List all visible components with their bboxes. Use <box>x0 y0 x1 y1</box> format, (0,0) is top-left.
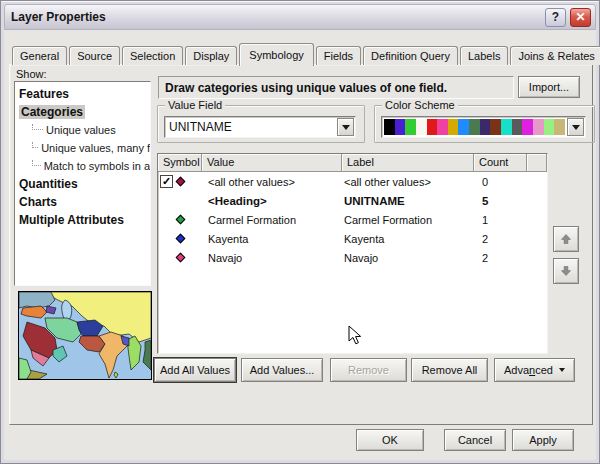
count-cell: 2 <box>474 252 527 264</box>
show-item-charts[interactable]: Charts <box>19 193 150 211</box>
show-label: Show: <box>16 68 47 80</box>
column-header-count[interactable]: Count <box>474 154 527 172</box>
dropdown-arrow-icon <box>342 125 350 130</box>
values-table-body: ✓<all other values><all other values>0<H… <box>158 172 547 267</box>
add-all-values-button[interactable]: Add All Values <box>154 358 236 382</box>
tab-definition-query[interactable]: Definition Query <box>363 46 458 65</box>
map-preview-image <box>19 292 151 379</box>
tab-labels[interactable]: Labels <box>460 46 508 65</box>
row-checkbox[interactable]: ✓ <box>160 175 173 188</box>
color-swatch <box>384 119 395 135</box>
table-row[interactable]: ✓<all other values><all other values>0 <box>158 172 547 191</box>
tree-item-label: Quantities <box>19 177 78 191</box>
color-swatch <box>544 119 555 135</box>
count-cell: 0 <box>474 176 527 188</box>
diamond-symbol-icon[interactable] <box>176 215 186 225</box>
color-swatch <box>554 119 565 135</box>
column-header-value[interactable]: Value <box>202 154 342 172</box>
move-down-button[interactable] <box>553 258 579 284</box>
table-row[interactable]: NavajoNavajo2 <box>158 248 547 267</box>
color-swatch <box>395 119 406 135</box>
remove-button: Remove <box>330 358 407 382</box>
tab-source[interactable]: Source <box>69 46 120 65</box>
tab-joins-relates[interactable]: Joins & Relates <box>510 46 600 65</box>
color-swatch <box>437 119 448 135</box>
table-row[interactable]: Carmel FormationCarmel Formation1 <box>158 210 547 229</box>
close-button[interactable]: ✕ <box>570 8 591 27</box>
value-cell: Kayenta <box>202 233 342 245</box>
advanced-label: Advanced <box>504 364 553 376</box>
color-swatch <box>469 119 480 135</box>
question-mark-icon: ? <box>552 10 559 24</box>
color-scheme-swatches <box>384 119 565 135</box>
mouse-cursor <box>348 325 362 346</box>
show-item-quantities[interactable]: Quantities <box>19 175 150 193</box>
tab-symbology[interactable]: Symbology <box>239 43 313 66</box>
label-cell: <all other values> <box>342 176 474 188</box>
color-swatch <box>427 119 438 135</box>
apply-button[interactable]: Apply <box>512 429 574 451</box>
count-cell: 1 <box>474 214 527 226</box>
count-cell: 5 <box>474 195 527 207</box>
diamond-symbol-icon[interactable] <box>176 177 186 187</box>
show-tree: FeaturesCategoriesUnique valuesUnique va… <box>14 81 151 286</box>
value-field-dropdown-button[interactable] <box>337 118 354 136</box>
color-swatch <box>522 119 533 135</box>
remove-all-button[interactable]: Remove All <box>411 358 488 382</box>
move-up-button[interactable] <box>553 226 579 252</box>
show-item-unique-values-many-f[interactable]: Unique values, many f <box>19 139 150 157</box>
tab-general[interactable]: General <box>12 46 67 65</box>
tab-strip: GeneralSourceSelectionDisplaySymbologyFi… <box>12 42 600 65</box>
tree-branch-line <box>32 160 41 166</box>
tab-fields[interactable]: Fields <box>316 46 361 65</box>
label-cell: Navajo <box>342 252 474 264</box>
value-cell: Navajo <box>202 252 342 264</box>
show-item-categories[interactable]: Categories <box>19 103 150 121</box>
draw-method-description: Draw categories using unique values of o… <box>158 76 514 99</box>
show-item-features[interactable]: Features <box>19 85 150 103</box>
tab-selection[interactable]: Selection <box>122 46 183 65</box>
column-header-symbol[interactable]: Symbol <box>158 154 202 172</box>
diamond-symbol-icon[interactable] <box>176 234 186 244</box>
value-field-dropdown[interactable]: UNITNAME <box>164 116 356 138</box>
diamond-symbol-icon[interactable] <box>176 253 186 263</box>
down-arrow-icon <box>560 263 572 279</box>
value-field-selected-value: UNITNAME <box>169 120 232 134</box>
color-swatch <box>458 119 469 135</box>
color-swatch <box>480 119 491 135</box>
value-cell: Carmel Formation <box>202 214 342 226</box>
color-swatch <box>416 119 427 135</box>
ok-button[interactable]: OK <box>356 429 424 451</box>
cancel-button[interactable]: Cancel <box>444 429 506 451</box>
symbol-cell: ✓ <box>158 172 202 191</box>
tree-item-label: Match to symbols in a <box>44 160 150 172</box>
color-scheme-dropdown-button[interactable] <box>567 118 584 136</box>
tab-display[interactable]: Display <box>185 46 237 65</box>
tree-item-label: Multiple Attributes <box>19 213 124 227</box>
advanced-button[interactable]: Advanced <box>494 358 575 382</box>
column-header-label[interactable]: Label <box>342 154 474 172</box>
import-button[interactable]: Import... <box>518 76 580 98</box>
symbology-tab-page: Show: FeaturesCategoriesUnique valuesUni… <box>9 64 593 425</box>
show-item-match-to-symbols-in-a[interactable]: Match to symbols in a <box>19 157 150 175</box>
table-row[interactable]: <Heading>UNITNAME5 <box>158 191 547 210</box>
label-cell: Carmel Formation <box>342 214 474 226</box>
help-button[interactable]: ? <box>545 8 566 27</box>
symbol-cell <box>158 248 202 267</box>
dropdown-arrow-icon <box>572 125 580 130</box>
tree-item-label: Unique values <box>46 124 116 136</box>
color-scheme-dropdown[interactable] <box>381 116 586 138</box>
advanced-menu-arrow-icon <box>559 368 565 372</box>
show-item-unique-values[interactable]: Unique values <box>19 121 150 139</box>
column-header-filler <box>527 154 547 172</box>
show-item-multiple-attributes[interactable]: Multiple Attributes <box>19 211 150 229</box>
value-field-label: Value Field <box>165 99 225 111</box>
symbol-cell <box>158 210 202 229</box>
color-scheme-group: Color Scheme <box>374 105 595 143</box>
tree-item-label: Features <box>19 87 69 101</box>
title-bar[interactable]: Layer Properties ? ✕ <box>4 4 596 30</box>
tree-branch-line <box>32 124 43 130</box>
add-values-button[interactable]: Add Values... <box>241 358 323 382</box>
table-row[interactable]: KayentaKayenta2 <box>158 229 547 248</box>
values-table-header: SymbolValueLabelCount <box>158 154 547 172</box>
